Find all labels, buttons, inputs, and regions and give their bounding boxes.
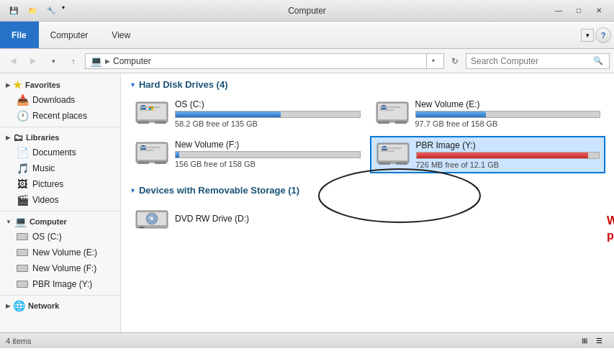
sidebar-item-pictures[interactable]: 🖼 Pictures (0, 176, 120, 192)
computer-label: Computer (30, 217, 67, 226)
music-icon: 🎵 (16, 162, 29, 175)
window-controls: — □ ✕ (549, 4, 608, 18)
dropdown-history-btn[interactable]: ▾ (45, 53, 62, 69)
sidebar-item-new-vol-e[interactable]: New Volume (E:) (0, 245, 120, 260)
view-large-icons-btn[interactable]: ⊞ (578, 335, 591, 347)
help-button[interactable]: ? (595, 27, 611, 43)
drive-name-pbr-y: PBR Image (Y:) (416, 140, 600, 150)
drive-name-new-vol-f: New Volume (F:) (175, 140, 361, 150)
close-button[interactable]: ✕ (590, 4, 608, 18)
quick-access-dropdown[interactable]: ▾ (62, 4, 71, 17)
ribbon-collapse-arrow[interactable]: ▾ (581, 29, 594, 42)
sidebar-libraries-header[interactable]: ▶ 🗂 Libraries (0, 130, 120, 145)
svg-rect-24 (395, 121, 407, 124)
removable-section-arrow: ▼ (130, 187, 136, 194)
drive-icon-pbr-y (376, 140, 410, 169)
minimize-button[interactable]: — (549, 4, 568, 18)
drive-item-new-vol-f[interactable]: New Volume (F:) 156 GB free of 158 GB (130, 136, 366, 173)
drive-space-new-vol-f: 156 GB free of 158 GB (175, 160, 361, 168)
drive-bar-new-vol-f (176, 152, 179, 158)
search-box[interactable]: 🔍 (466, 53, 610, 69)
favorites-label: Favorites (25, 81, 60, 89)
sidebar-item-documents[interactable]: 📄 Documents (0, 145, 120, 160)
sidebar-item-new-vol-f[interactable]: New Volume (F:) (0, 260, 120, 276)
recent-places-icon: 🕐 (16, 109, 29, 122)
status-bar: 4 items ⊞ ☰ (0, 332, 614, 348)
hdd-section-title: Hard Disk Drives (4) (139, 79, 228, 90)
sidebar-item-downloads[interactable]: 📥 Downloads (0, 92, 120, 108)
maximize-button[interactable]: □ (569, 4, 588, 18)
computer-tree-arrow: ▼ (6, 219, 12, 225)
drive-space-new-vol-e: 97.7 GB free of 158 GB (415, 119, 601, 128)
videos-icon: 🎬 (16, 194, 29, 206)
back-button[interactable]: ◀ (4, 53, 22, 69)
ribbon: File Computer View ▾ ? (0, 22, 614, 49)
search-input[interactable] (471, 56, 592, 66)
libraries-icon: 🗂 (13, 132, 23, 143)
refresh-button[interactable]: ↻ (447, 53, 463, 69)
drive-item-pbr-y[interactable]: PBR Image (Y:) 726 MB free of 12.1 GB (370, 136, 606, 173)
new-vol-f-icon (16, 262, 29, 275)
svg-rect-3 (17, 250, 27, 255)
content-pane: ▼ Hard Disk Drives (4) (121, 73, 614, 332)
favorites-star-icon: ★ (13, 79, 22, 91)
svg-rect-5 (17, 265, 27, 271)
drive-info-new-vol-e: New Volume (E:) 97.7 GB free of 158 GB (415, 99, 601, 128)
svg-rect-37 (379, 162, 390, 165)
sidebar-item-recent-places[interactable]: 🕐 Recent places (0, 108, 120, 124)
drive-name-os-c: OS (C:) (175, 99, 361, 109)
svg-rect-23 (378, 121, 389, 124)
computer-tree-icon: 💻 (14, 216, 27, 227)
new-folder-btn[interactable]: 📁 (24, 4, 40, 17)
drive-space-pbr-y: 726 MB free of 12.1 GB (416, 160, 600, 169)
downloads-icon: 📥 (16, 94, 29, 106)
view-list-btn[interactable]: ☰ (592, 335, 605, 347)
sidebar-item-pbr-y[interactable]: PBR Image (Y:) (0, 276, 120, 292)
save-icon-btn[interactable]: 💾 (6, 4, 22, 17)
drive-item-os-c[interactable]: OS (C:) 58.2 GB free of 135 GB (130, 96, 366, 132)
ribbon-right: ▾ ? (581, 22, 614, 48)
sidebar-divider-1 (0, 127, 120, 127)
sidebar-network-header[interactable]: ▶ 🌐 Network (0, 299, 120, 313)
annotation-text: Why thispartition?? (607, 214, 614, 244)
drive-bar-container-os-c (175, 111, 361, 118)
properties-btn[interactable]: 🔧 (43, 4, 59, 17)
svg-rect-19 (151, 108, 153, 110)
network-arrow: ▶ (6, 303, 10, 309)
new-vol-e-icon (16, 246, 29, 259)
sidebar-item-os-c[interactable]: OS (C:) (0, 229, 120, 245)
drive-icon-new-vol-e (375, 99, 410, 128)
computer-icon: 💻 (90, 55, 102, 67)
favorites-arrow: ▶ (6, 82, 10, 88)
drive-item-new-vol-e[interactable]: New Volume (E:) 97.7 GB free of 158 GB (370, 96, 606, 132)
sidebar-item-videos[interactable]: 🎬 Videos (0, 192, 120, 208)
address-separator: ▶ (105, 58, 110, 65)
drive-info-pbr-y: PBR Image (Y:) 726 MB free of 12.1 GB (416, 140, 600, 169)
libraries-label: Libraries (26, 133, 59, 142)
svg-rect-46 (139, 227, 145, 228)
libraries-arrow: ▶ (6, 135, 10, 141)
drive-info-os-c: OS (C:) 58.2 GB free of 135 GB (175, 99, 361, 128)
svg-rect-30 (137, 161, 149, 164)
sidebar-divider-2 (0, 211, 120, 211)
svg-rect-26 (379, 109, 394, 111)
drive-bar-pbr-y (417, 153, 588, 158)
tab-view[interactable]: View (100, 22, 143, 48)
up-button[interactable]: ↑ (65, 53, 82, 69)
hdd-section-arrow: ▼ (130, 81, 136, 88)
svg-rect-1 (17, 234, 27, 240)
sidebar-computer-header[interactable]: ▼ 💻 Computer (0, 214, 120, 229)
sidebar-favorites-header[interactable]: ▶ ★ Favorites (0, 78, 120, 92)
tab-file[interactable]: File (0, 22, 39, 48)
dvd-drive-info: DVD RW Drive (D:) (175, 214, 600, 225)
address-dropdown-btn[interactable]: ▾ (426, 53, 439, 69)
search-button[interactable]: 🔍 (592, 55, 605, 68)
sidebar-item-music[interactable]: 🎵 Music (0, 160, 120, 176)
address-box[interactable]: 💻 ▶ Computer ▾ (85, 53, 444, 69)
drive-space-os-c: 58.2 GB free of 135 GB (175, 119, 361, 128)
dvd-drive-item[interactable]: DVD RW Drive (D:) (130, 201, 605, 237)
tab-computer[interactable]: Computer (39, 22, 101, 48)
documents-icon: 📄 (16, 146, 29, 159)
forward-button[interactable]: ▶ (24, 53, 42, 69)
removable-section-title: Devices with Removable Storage (1) (139, 185, 299, 196)
